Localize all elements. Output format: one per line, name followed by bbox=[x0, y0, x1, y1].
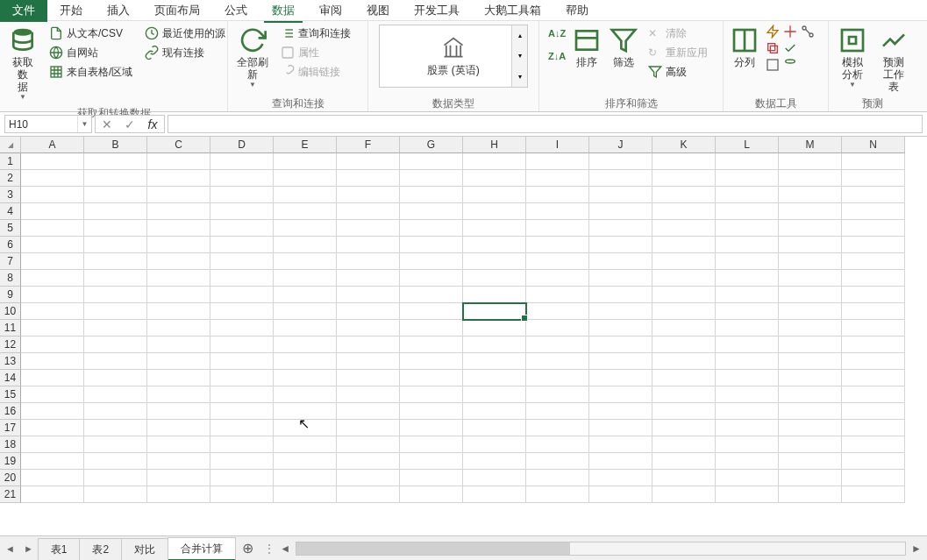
cell[interactable] bbox=[210, 420, 274, 436]
column-header[interactable]: K bbox=[652, 137, 716, 153]
cell[interactable] bbox=[589, 470, 652, 486]
tab-data[interactable]: 数据 bbox=[260, 0, 307, 22]
cell[interactable] bbox=[400, 436, 463, 453]
what-if-analysis-button[interactable]: 模拟分析 ▼ bbox=[834, 25, 871, 93]
cell[interactable] bbox=[21, 303, 84, 320]
new-sheet-button[interactable]: ⊕ bbox=[236, 536, 259, 560]
cell[interactable] bbox=[779, 203, 842, 220]
advanced-filter-button[interactable]: 高级 bbox=[645, 63, 711, 81]
row-header[interactable]: 9 bbox=[0, 287, 21, 303]
cell[interactable] bbox=[589, 153, 652, 170]
cell[interactable] bbox=[463, 270, 526, 287]
cell[interactable] bbox=[842, 170, 905, 187]
sheet-nav-prev[interactable]: ◄ bbox=[5, 543, 15, 554]
cell[interactable] bbox=[716, 220, 779, 237]
cell[interactable] bbox=[652, 436, 716, 453]
cell[interactable] bbox=[84, 353, 147, 370]
cell[interactable] bbox=[779, 270, 842, 287]
cell[interactable] bbox=[463, 353, 526, 370]
sort-desc-button[interactable]: Z↓A bbox=[545, 47, 566, 65]
cell[interactable] bbox=[779, 420, 842, 436]
cell[interactable] bbox=[589, 353, 652, 370]
cell[interactable] bbox=[147, 153, 210, 170]
cell[interactable] bbox=[147, 270, 210, 287]
cell[interactable] bbox=[589, 220, 652, 237]
column-header[interactable]: B bbox=[84, 137, 147, 153]
cell[interactable] bbox=[210, 170, 274, 187]
cell[interactable] bbox=[589, 420, 652, 436]
cell[interactable] bbox=[210, 237, 274, 253]
cell[interactable] bbox=[147, 303, 210, 320]
cell[interactable] bbox=[400, 187, 463, 203]
cell[interactable] bbox=[84, 320, 147, 337]
cell[interactable] bbox=[21, 470, 84, 486]
cell[interactable] bbox=[147, 187, 210, 203]
cell[interactable] bbox=[652, 237, 716, 253]
cell[interactable] bbox=[652, 187, 716, 203]
stocks-data-type[interactable]: 股票 (英语) ▴ ▾ ▾ bbox=[379, 25, 528, 88]
cell[interactable] bbox=[210, 220, 274, 237]
sheet-tab[interactable]: 对比 bbox=[121, 538, 168, 560]
cell[interactable] bbox=[716, 386, 779, 403]
cell[interactable] bbox=[210, 436, 274, 453]
cell[interactable] bbox=[842, 270, 905, 287]
cell[interactable] bbox=[210, 486, 274, 503]
cell[interactable] bbox=[652, 470, 716, 486]
cell[interactable] bbox=[589, 270, 652, 287]
cell[interactable] bbox=[21, 420, 84, 436]
cell[interactable] bbox=[716, 453, 779, 470]
cell[interactable] bbox=[147, 287, 210, 303]
cell[interactable] bbox=[210, 470, 274, 486]
cell[interactable] bbox=[400, 403, 463, 420]
cell[interactable] bbox=[463, 153, 526, 170]
cell[interactable] bbox=[652, 220, 716, 237]
row-header[interactable]: 13 bbox=[0, 353, 21, 370]
cell[interactable] bbox=[716, 403, 779, 420]
cell[interactable] bbox=[526, 253, 589, 270]
column-header[interactable]: C bbox=[147, 137, 210, 153]
manage-data-model-button[interactable] bbox=[783, 58, 797, 72]
cell[interactable] bbox=[210, 403, 274, 420]
cell[interactable] bbox=[84, 270, 147, 287]
cell[interactable] bbox=[337, 453, 400, 470]
cell[interactable] bbox=[274, 203, 337, 220]
tab-review[interactable]: 审阅 bbox=[307, 0, 354, 22]
column-header[interactable]: E bbox=[274, 137, 337, 153]
cell[interactable] bbox=[652, 486, 716, 503]
cell[interactable] bbox=[463, 237, 526, 253]
cell[interactable] bbox=[716, 353, 779, 370]
cell[interactable] bbox=[526, 187, 589, 203]
cell[interactable] bbox=[210, 370, 274, 386]
cell[interactable] bbox=[147, 220, 210, 237]
cell[interactable] bbox=[274, 337, 337, 353]
cell[interactable] bbox=[210, 353, 274, 370]
cell[interactable] bbox=[337, 270, 400, 287]
column-header[interactable]: M bbox=[779, 137, 842, 153]
cell[interactable] bbox=[400, 220, 463, 237]
cell[interactable] bbox=[463, 420, 526, 436]
cell[interactable] bbox=[400, 453, 463, 470]
cell[interactable] bbox=[842, 187, 905, 203]
row-header[interactable]: 14 bbox=[0, 370, 21, 386]
cell[interactable] bbox=[274, 237, 337, 253]
cell[interactable] bbox=[716, 420, 779, 436]
cell[interactable] bbox=[526, 370, 589, 386]
reapply-button[interactable]: ↻重新应用 bbox=[645, 44, 711, 61]
filter-button[interactable]: 筛选 bbox=[608, 25, 639, 70]
cell[interactable] bbox=[842, 320, 905, 337]
cell[interactable] bbox=[337, 220, 400, 237]
relationships-button[interactable] bbox=[801, 25, 815, 39]
column-header[interactable]: D bbox=[210, 137, 274, 153]
cell[interactable] bbox=[526, 220, 589, 237]
cell[interactable] bbox=[21, 370, 84, 386]
cell[interactable] bbox=[526, 287, 589, 303]
cell[interactable] bbox=[274, 270, 337, 287]
cell[interactable] bbox=[210, 203, 274, 220]
cell[interactable] bbox=[84, 170, 147, 187]
cell[interactable] bbox=[84, 337, 147, 353]
cell[interactable] bbox=[463, 170, 526, 187]
cell[interactable] bbox=[526, 203, 589, 220]
cell[interactable] bbox=[274, 353, 337, 370]
cell[interactable] bbox=[84, 220, 147, 237]
cell[interactable] bbox=[652, 453, 716, 470]
